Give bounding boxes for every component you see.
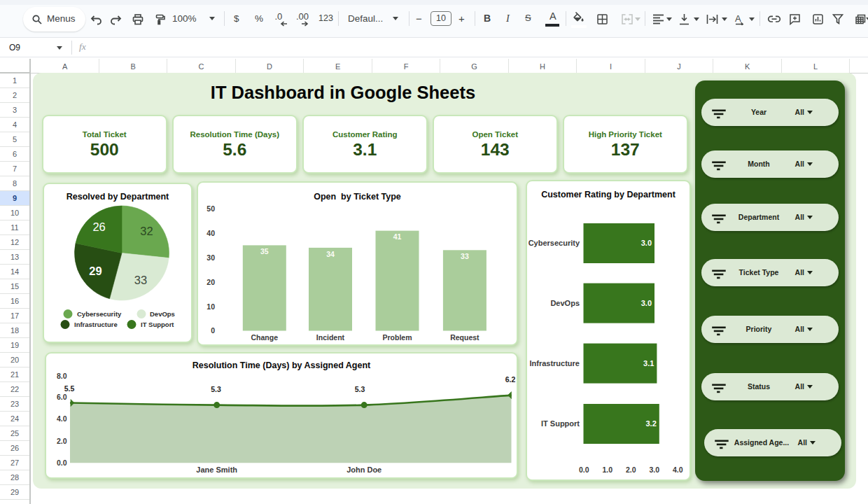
svg-text:DevOps: DevOps (550, 299, 580, 307)
svg-text:Problem: Problem (382, 333, 412, 342)
svg-text:John Doe: John Doe (346, 465, 382, 474)
svg-text:2.0: 2.0 (57, 437, 67, 445)
svg-text:Jane Smith: Jane Smith (196, 465, 237, 474)
svg-text:0: 0 (211, 326, 215, 335)
svg-text:30: 30 (206, 253, 215, 262)
svg-text:26: 26 (92, 220, 105, 233)
svg-text:2.0: 2.0 (626, 465, 636, 474)
svg-text:Infrastructure: Infrastructure (74, 321, 118, 328)
svg-text:5.3: 5.3 (211, 385, 221, 393)
svg-text:Change: Change (251, 333, 279, 342)
svg-text:5.5: 5.5 (64, 384, 75, 393)
svg-text:0.0: 0.0 (579, 465, 589, 474)
svg-text:1.0: 1.0 (602, 465, 612, 474)
svg-text:35: 35 (260, 247, 269, 255)
svg-text:IT Support: IT Support (541, 419, 580, 428)
svg-text:33: 33 (461, 252, 469, 260)
svg-text:3.1: 3.1 (643, 359, 654, 368)
svg-text:34: 34 (326, 250, 335, 258)
svg-text:6.0: 6.0 (57, 393, 67, 401)
svg-text:8.0: 8.0 (57, 372, 67, 380)
svg-text:32: 32 (140, 225, 153, 237)
svg-text:Cybersecurity: Cybersecurity (528, 239, 580, 247)
svg-text:5.3: 5.3 (355, 385, 365, 393)
svg-text:Incident: Incident (316, 333, 345, 342)
svg-text:33: 33 (134, 274, 147, 286)
svg-text:3.2: 3.2 (646, 419, 657, 428)
svg-text:4.0: 4.0 (673, 465, 683, 474)
svg-text:3.0: 3.0 (641, 239, 652, 247)
svg-text:40: 40 (206, 229, 215, 237)
svg-text:Infrastructure: Infrastructure (529, 359, 580, 368)
svg-text:3.0: 3.0 (641, 299, 652, 307)
svg-text:41: 41 (393, 232, 402, 241)
svg-text:20: 20 (206, 278, 215, 286)
svg-text:4.0: 4.0 (57, 414, 67, 423)
svg-text:Request: Request (450, 333, 479, 342)
svg-text:10: 10 (206, 302, 215, 311)
svg-text:6.2: 6.2 (505, 375, 516, 384)
svg-text:50: 50 (206, 204, 215, 213)
svg-text:IT Support: IT Support (141, 321, 174, 328)
svg-text:29: 29 (89, 265, 102, 277)
svg-text:0.0: 0.0 (57, 458, 67, 467)
svg-text:3.0: 3.0 (649, 465, 659, 474)
svg-text:Cybersecurity: Cybersecurity (77, 310, 122, 318)
svg-text:DevOps: DevOps (150, 310, 175, 318)
